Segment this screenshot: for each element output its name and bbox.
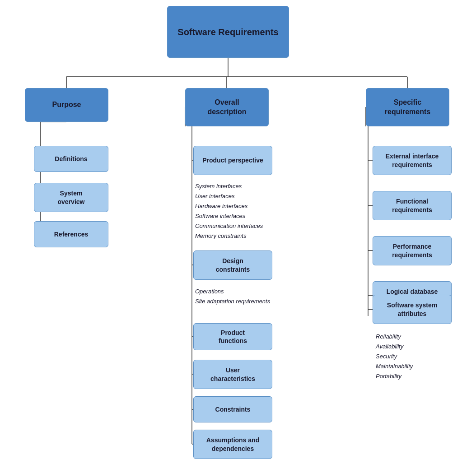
node-sw-sys-attr: Software systemattributes [373, 295, 452, 324]
item-hardware-interfaces: Hardware interfaces [195, 201, 263, 211]
node-constraints: Constraints [193, 396, 272, 422]
item-site-adaptation: Site adaptation requirements [195, 297, 270, 306]
item-maintainability: Maintainability [376, 362, 413, 371]
product-perspective-items: System interfaces User interfaces Hardwa… [195, 181, 263, 241]
node-functional-requirements: Functionalrequirements [373, 191, 452, 220]
node-root: Software Requirements [167, 6, 289, 58]
node-purpose-label: Purpose [52, 100, 81, 110]
node-user-characteristics-label: Usercharacteristics [210, 366, 255, 382]
node-external-interface-label: External interfacerequirements [386, 152, 439, 168]
node-specific-requirements: Specificrequirements [366, 88, 449, 126]
node-constraints-label: Constraints [215, 405, 251, 413]
diagram-container: Software Requirements Purpose Definition… [0, 0, 476, 473]
node-functional-requirements-label: Functionalrequirements [392, 197, 432, 213]
node-assumptions: Assumptions anddependencies [193, 430, 272, 459]
node-performance-requirements: Performancerequirements [373, 236, 452, 265]
node-system-overview-label: Systemoverview [58, 189, 85, 205]
node-performance-requirements-label: Performancerequirements [392, 242, 432, 259]
node-design-constraints: Designconstraints [193, 250, 272, 280]
item-communication-interfaces: Communication interfaces [195, 221, 263, 231]
node-root-label: Software Requirements [177, 26, 278, 38]
node-purpose: Purpose [25, 88, 108, 122]
sw-sys-attr-items: Reliability Availability Security Mainta… [376, 332, 413, 381]
node-design-constraints-label: Designconstraints [216, 257, 250, 273]
item-security: Security [376, 352, 413, 362]
node-product-functions-label: Productfunctions [219, 329, 247, 345]
node-definitions: Definitions [34, 146, 108, 172]
node-user-characteristics: Usercharacteristics [193, 360, 272, 389]
node-definitions-label: Definitions [55, 155, 87, 163]
item-memory-constraints: Memory constraints [195, 231, 263, 241]
item-portability: Portability [376, 371, 413, 381]
node-sw-sys-attr-label: Software systemattributes [387, 301, 437, 317]
node-assumptions-label: Assumptions anddependencies [206, 436, 259, 452]
node-product-perspective-label: Product perspective [202, 156, 263, 164]
node-specific-requirements-label: Specificrequirements [385, 98, 430, 117]
node-system-overview: Systemoverview [34, 183, 108, 212]
item-system-interfaces: System interfaces [195, 181, 263, 191]
design-constraints-items: Operations Site adaptation requirements [195, 287, 270, 306]
node-product-perspective: Product perspective [193, 146, 272, 175]
node-product-functions: Productfunctions [193, 323, 272, 350]
node-references: References [34, 221, 108, 247]
node-overall-desc: Overalldescription [185, 88, 269, 126]
item-operations: Operations [195, 287, 270, 297]
node-external-interface: External interfacerequirements [373, 146, 452, 175]
node-references-label: References [54, 230, 89, 238]
item-user-interfaces: User interfaces [195, 191, 263, 201]
item-software-interfaces: Software interfaces [195, 211, 263, 221]
node-overall-desc-label: Overalldescription [207, 98, 246, 117]
item-reliability: Reliability [376, 332, 413, 342]
item-availability: Availability [376, 342, 413, 352]
